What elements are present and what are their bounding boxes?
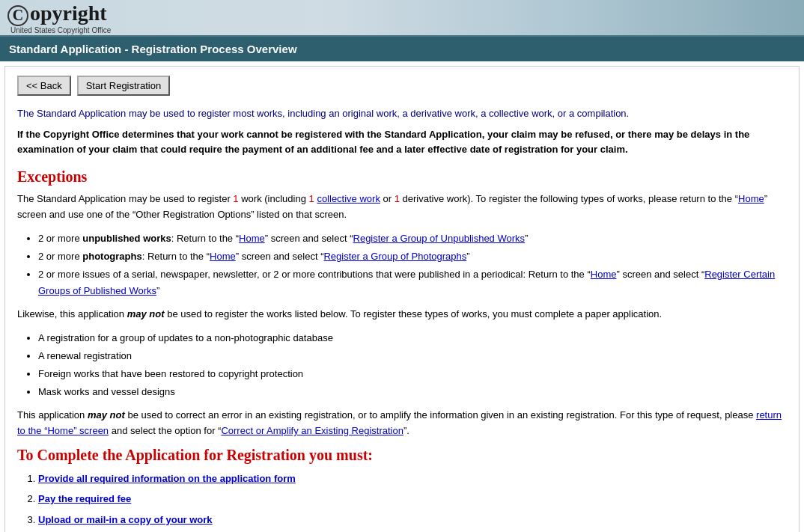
collective-work-link[interactable]: collective work [317, 193, 380, 204]
may-not-correct-paragraph: This application may not be used to corr… [17, 408, 787, 439]
likewise-paragraph: Likewise, this application may not be us… [17, 307, 787, 322]
to-complete-heading: To Complete the Application for Registra… [17, 447, 787, 464]
start-registration-button[interactable]: Start Registration [77, 76, 170, 96]
intro-warning-text: If the Copyright Office determines that … [17, 127, 787, 159]
buttons-row: << Back Start Registration [17, 76, 787, 96]
published-works-link[interactable]: Register Certain Groups of Published Wor… [38, 269, 775, 296]
upload-work-link[interactable]: Upload or mail-in a copy of your work [38, 514, 213, 525]
exceptions-paragraph-1: The Standard Application may be used to … [17, 192, 787, 223]
logo-c-circle: C [7, 5, 28, 26]
list-item: Mask works and vessel designs [38, 384, 787, 400]
list-item: Upload or mail-in a copy of your work [38, 511, 787, 528]
logo-title: Copyright [7, 1, 111, 26]
provide-info-link[interactable]: Provide all required information on the … [38, 473, 296, 484]
intro-text-1: The Standard Application may be used to … [17, 106, 787, 121]
list-item: 2 or more unpublished works: Return to t… [38, 230, 787, 247]
unpublished-works-link[interactable]: Register a Group of Unpublished Works [353, 233, 526, 244]
list-item: 2 or more photographs: Return to the “Ho… [38, 248, 787, 265]
home-link-3[interactable]: Home [210, 251, 236, 262]
exceptions-num1: 1 [233, 193, 238, 204]
home-link-2[interactable]: Home [239, 233, 265, 244]
correct-amplify-link[interactable]: Correct or Amplify an Existing Registrat… [221, 425, 403, 436]
list-item: Pay the required fee [38, 490, 787, 507]
exceptions-num2: 1 [309, 193, 314, 204]
main-content: << Back Start Registration The Standard … [4, 66, 800, 532]
may-not-text-2: may not [88, 409, 125, 421]
to-complete-list: Provide all required information on the … [38, 470, 787, 528]
list-item: A renewal registration [38, 348, 787, 364]
page-header: Copyright United States Copyright Office [0, 0, 804, 37]
list-item: 2 or more issues of a serial, newspaper,… [38, 266, 787, 299]
list-item: A registration for a group of updates to… [38, 330, 787, 346]
logo: Copyright United States Copyright Office [7, 1, 111, 34]
may-not-text-1: may not [127, 308, 165, 319]
back-button[interactable]: << Back [17, 76, 71, 96]
list-item: Foreign works that have been restored to… [38, 366, 787, 382]
home-link-1[interactable]: Home [738, 193, 764, 204]
logo-text: opyright [30, 1, 107, 25]
list-item: Provide all required information on the … [38, 470, 787, 487]
pay-fee-link[interactable]: Pay the required fee [38, 493, 131, 504]
home-link-4[interactable]: Home [591, 269, 617, 280]
exceptions-heading: Exceptions [17, 168, 787, 186]
logo-subtitle: United States Copyright Office [10, 26, 111, 34]
exceptions-bullet-list-2: A registration for a group of updates to… [38, 330, 787, 400]
title-bar: Standard Application - Registration Proc… [0, 37, 804, 61]
page-title: Standard Application - Registration Proc… [9, 43, 297, 55]
exceptions-bullet-list-1: 2 or more unpublished works: Return to t… [38, 230, 787, 299]
photographs-link[interactable]: Register a Group of Photographs [323, 251, 466, 262]
exceptions-num3: 1 [395, 193, 400, 204]
